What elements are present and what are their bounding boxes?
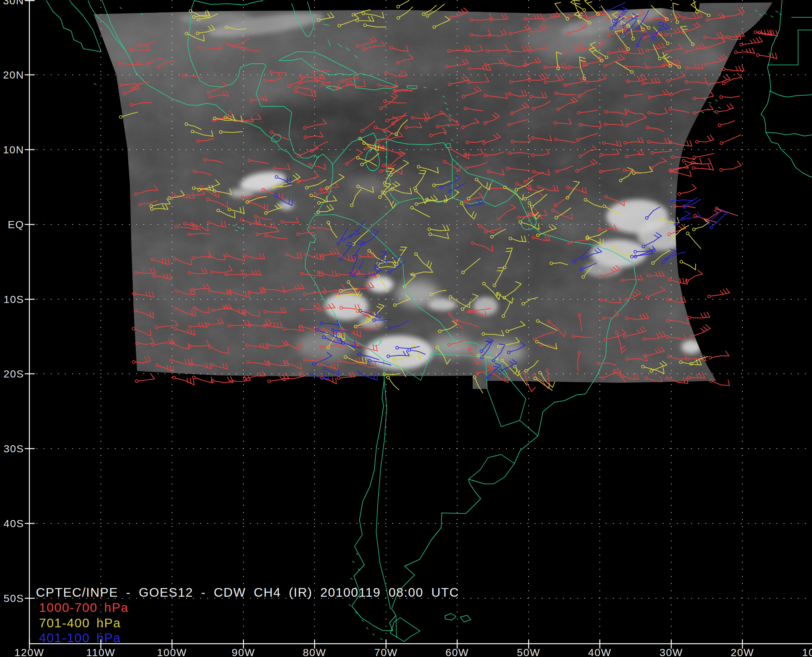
lon-label-50W: 50W (517, 646, 541, 657)
lat-label-30N: 30N (3, 0, 24, 6)
lon-label-30W: 30W (659, 646, 683, 657)
lon-label-60W: 60W (446, 646, 469, 657)
lon-label-40W: 40W (588, 646, 611, 657)
weather-map-screen: 30N20N10NEQ10S20S30S40S50S 120W110W100W9… (0, 0, 812, 657)
lon-label-20W: 20W (731, 646, 754, 657)
legend-mid-level: 701-400 hPa (39, 616, 121, 630)
legend-high-level: 401-100 hPa (39, 631, 121, 645)
lon-label-90W: 90W (232, 646, 255, 657)
lat-label-20N: 20N (3, 69, 24, 81)
weather-map-canvas: 30N20N10NEQ10S20S30S40S50S 120W110W100W9… (0, 0, 812, 657)
lat-label-10S: 10S (4, 293, 25, 305)
lat-label-20S: 20S (4, 368, 25, 380)
lon-label-120W: 120W (14, 646, 45, 657)
lon-label-10W: 10W (802, 646, 812, 657)
lat-label-10N: 10N (3, 144, 24, 156)
lat-label-EQ: EQ (8, 219, 24, 230)
legend-low-level: 1000-700 hPa (39, 600, 129, 615)
lon-label-80W: 80W (303, 646, 326, 657)
lon-label-70W: 70W (374, 646, 398, 657)
lat-label-40S: 40S (4, 518, 25, 529)
map-title: CPTEC/INPE - GOES12 - CDW CH4 (IR) 20100… (36, 585, 459, 599)
lon-label-110W: 110W (86, 646, 115, 657)
lon-label-100W: 100W (157, 646, 187, 657)
lat-label-30S: 30S (4, 443, 25, 455)
lat-label-50S: 50S (4, 592, 25, 604)
